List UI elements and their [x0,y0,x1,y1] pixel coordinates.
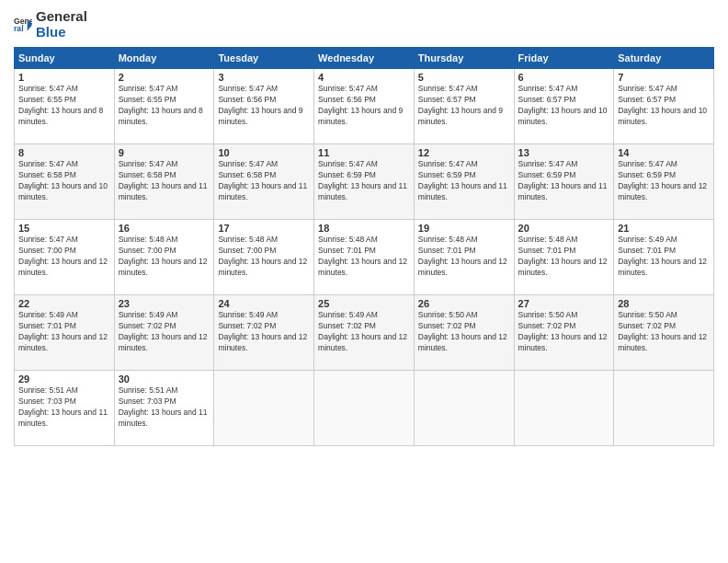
day-number: 2 [119,72,210,83]
col-friday: Friday [514,48,614,69]
day-number: 6 [518,72,610,83]
calendar-cell [514,371,614,446]
day-info: Sunrise: 5:49 AMSunset: 7:01 PMDaylight:… [618,235,710,279]
calendar-cell: 15 Sunrise: 5:47 AMSunset: 7:00 PMDaylig… [15,220,115,295]
calendar-header-row: Sunday Monday Tuesday Wednesday Thursday… [15,48,714,69]
calendar-cell: 29 Sunrise: 5:51 AMSunset: 7:03 PMDaylig… [15,371,115,446]
calendar-cell: 7 Sunrise: 5:47 AMSunset: 6:57 PMDayligh… [614,69,714,144]
logo-blue: Blue [36,24,66,40]
day-info: Sunrise: 5:49 AMSunset: 7:01 PMDaylight:… [18,310,110,354]
header: Gene ral General Blue [14,9,714,40]
calendar-cell: 25 Sunrise: 5:49 AMSunset: 7:02 PMDaylig… [314,295,415,371]
page: Gene ral General Blue Sunday Monday [0,0,728,563]
calendar-week-row: 15 Sunrise: 5:47 AMSunset: 7:00 PMDaylig… [15,220,714,295]
calendar-cell: 23 Sunrise: 5:49 AMSunset: 7:02 PMDaylig… [114,295,214,371]
calendar-cell: 10 Sunrise: 5:47 AMSunset: 6:58 PMDaylig… [214,144,314,220]
calendar-week-row: 8 Sunrise: 5:47 AMSunset: 6:58 PMDayligh… [15,144,714,220]
day-info: Sunrise: 5:49 AMSunset: 7:02 PMDaylight:… [318,310,410,354]
day-number: 5 [418,72,510,83]
calendar-cell: 5 Sunrise: 5:47 AMSunset: 6:57 PMDayligh… [414,69,514,144]
col-thursday: Thursday [414,48,514,69]
day-number: 8 [18,147,110,158]
calendar-cell [314,371,415,446]
day-info: Sunrise: 5:48 AMSunset: 7:00 PMDaylight:… [218,235,310,279]
day-info: Sunrise: 5:48 AMSunset: 7:01 PMDaylight:… [418,235,510,279]
calendar-cell: 13 Sunrise: 5:47 AMSunset: 6:59 PMDaylig… [514,144,614,220]
day-number: 18 [318,223,410,234]
day-info: Sunrise: 5:47 AMSunset: 7:00 PMDaylight:… [18,235,110,279]
logo-general: General [36,8,87,24]
calendar-cell: 19 Sunrise: 5:48 AMSunset: 7:01 PMDaylig… [414,220,514,295]
day-info: Sunrise: 5:49 AMSunset: 7:02 PMDaylight:… [119,310,210,354]
calendar-cell: 28 Sunrise: 5:50 AMSunset: 7:02 PMDaylig… [614,295,714,371]
day-number: 28 [618,298,710,309]
day-number: 12 [418,147,510,158]
calendar-cell [414,371,514,446]
calendar-cell: 1 Sunrise: 5:47 AMSunset: 6:55 PMDayligh… [15,69,115,144]
calendar-week-row: 22 Sunrise: 5:49 AMSunset: 7:01 PMDaylig… [15,295,714,371]
calendar-cell: 8 Sunrise: 5:47 AMSunset: 6:58 PMDayligh… [15,144,115,220]
day-number: 17 [218,223,310,234]
calendar-cell: 9 Sunrise: 5:47 AMSunset: 6:58 PMDayligh… [114,144,214,220]
calendar-cell: 30 Sunrise: 5:51 AMSunset: 7:03 PMDaylig… [114,371,214,446]
calendar-cell: 12 Sunrise: 5:47 AMSunset: 6:59 PMDaylig… [414,144,514,220]
day-number: 19 [418,223,510,234]
calendar-cell: 21 Sunrise: 5:49 AMSunset: 7:01 PMDaylig… [614,220,714,295]
day-number: 3 [218,72,310,83]
day-info: Sunrise: 5:50 AMSunset: 7:02 PMDaylight:… [418,310,510,354]
day-number: 27 [518,298,610,309]
day-info: Sunrise: 5:47 AMSunset: 6:58 PMDaylight:… [218,159,310,203]
day-info: Sunrise: 5:47 AMSunset: 6:59 PMDaylight:… [318,159,410,203]
day-number: 1 [18,72,110,83]
calendar-cell: 11 Sunrise: 5:47 AMSunset: 6:59 PMDaylig… [314,144,415,220]
day-number: 24 [218,298,310,309]
col-tuesday: Tuesday [214,48,314,69]
logo: Gene ral General Blue [14,9,87,40]
calendar-cell: 18 Sunrise: 5:48 AMSunset: 7:01 PMDaylig… [314,220,415,295]
day-info: Sunrise: 5:47 AMSunset: 6:59 PMDaylight:… [618,159,710,203]
day-number: 14 [618,147,710,158]
day-info: Sunrise: 5:49 AMSunset: 7:02 PMDaylight:… [218,310,310,354]
calendar-table: Sunday Monday Tuesday Wednesday Thursday… [14,47,714,446]
day-number: 21 [618,223,710,234]
day-info: Sunrise: 5:48 AMSunset: 7:00 PMDaylight:… [119,235,210,279]
calendar-cell: 22 Sunrise: 5:49 AMSunset: 7:01 PMDaylig… [15,295,115,371]
day-info: Sunrise: 5:47 AMSunset: 6:56 PMDaylight:… [318,84,410,128]
col-sunday: Sunday [15,48,115,69]
day-number: 30 [119,373,210,385]
calendar-cell [614,371,714,446]
calendar-cell: 17 Sunrise: 5:48 AMSunset: 7:00 PMDaylig… [214,220,314,295]
day-number: 11 [318,147,410,158]
day-number: 9 [119,147,210,158]
calendar-cell: 4 Sunrise: 5:47 AMSunset: 6:56 PMDayligh… [314,69,415,144]
day-info: Sunrise: 5:51 AMSunset: 7:03 PMDaylight:… [18,385,110,430]
day-number: 23 [119,298,210,309]
day-info: Sunrise: 5:47 AMSunset: 6:57 PMDaylight:… [518,84,610,128]
day-info: Sunrise: 5:48 AMSunset: 7:01 PMDaylight:… [318,235,410,279]
day-info: Sunrise: 5:47 AMSunset: 6:59 PMDaylight:… [518,159,610,203]
calendar-cell: 27 Sunrise: 5:50 AMSunset: 7:02 PMDaylig… [514,295,614,371]
day-number: 26 [418,298,510,309]
calendar-cell: 2 Sunrise: 5:47 AMSunset: 6:55 PMDayligh… [114,69,214,144]
svg-text:ral: ral [14,24,24,33]
logo-icon: Gene ral [14,16,32,34]
calendar-cell: 16 Sunrise: 5:48 AMSunset: 7:00 PMDaylig… [114,220,214,295]
calendar-cell: 24 Sunrise: 5:49 AMSunset: 7:02 PMDaylig… [214,295,314,371]
calendar-week-row: 1 Sunrise: 5:47 AMSunset: 6:55 PMDayligh… [15,69,714,144]
day-info: Sunrise: 5:47 AMSunset: 6:57 PMDaylight:… [418,84,510,128]
day-number: 22 [18,298,110,309]
day-info: Sunrise: 5:47 AMSunset: 6:59 PMDaylight:… [418,159,510,203]
day-info: Sunrise: 5:48 AMSunset: 7:01 PMDaylight:… [518,235,610,279]
calendar-cell: 6 Sunrise: 5:47 AMSunset: 6:57 PMDayligh… [514,69,614,144]
calendar-week-row: 29 Sunrise: 5:51 AMSunset: 7:03 PMDaylig… [15,371,714,446]
day-info: Sunrise: 5:47 AMSunset: 6:55 PMDaylight:… [119,84,210,128]
day-info: Sunrise: 5:50 AMSunset: 7:02 PMDaylight:… [518,310,610,354]
day-info: Sunrise: 5:47 AMSunset: 6:55 PMDaylight:… [18,84,110,128]
day-number: 15 [18,223,110,234]
calendar-cell: 14 Sunrise: 5:47 AMSunset: 6:59 PMDaylig… [614,144,714,220]
day-number: 7 [618,72,710,83]
col-wednesday: Wednesday [314,48,415,69]
day-number: 25 [318,298,410,309]
day-info: Sunrise: 5:47 AMSunset: 6:56 PMDaylight:… [218,84,310,128]
day-number: 4 [318,72,410,83]
